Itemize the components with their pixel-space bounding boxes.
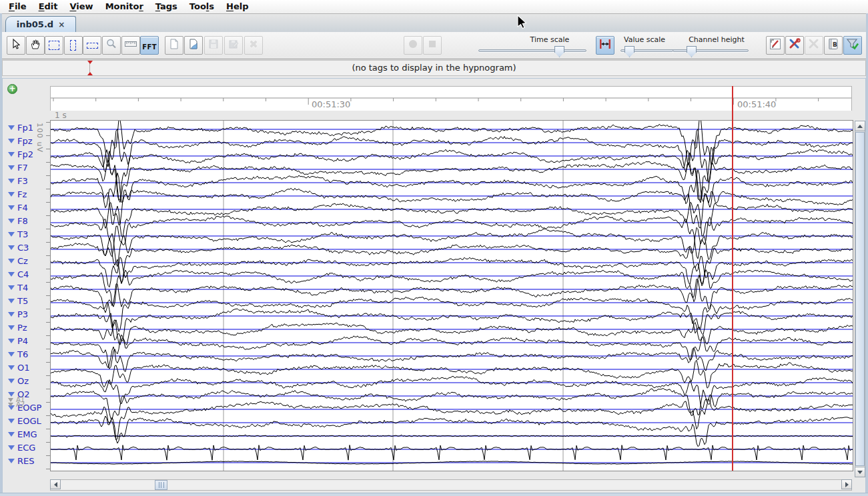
new-tag-button[interactable]	[165, 36, 183, 55]
open-tag-button[interactable]	[184, 36, 203, 55]
channel-label-res[interactable]: RES	[8, 456, 35, 466]
menu-help[interactable]: Help	[220, 1, 254, 13]
fit-width-icon	[598, 37, 612, 53]
channel-label-ecg[interactable]: ECG	[8, 443, 35, 453]
rect-select-icon	[49, 41, 59, 50]
channel-label-fp2[interactable]: Fp2	[8, 149, 33, 159]
document-tab[interactable]: inb05.d ×	[5, 16, 76, 32]
menu-edit[interactable]: Edit	[33, 1, 64, 13]
fft-label: FFT	[142, 39, 157, 52]
channel-label-eogl[interactable]: EOGL	[8, 416, 41, 426]
menu-file[interactable]: File	[3, 1, 33, 13]
save-tag-as-button	[224, 36, 243, 55]
menu-view[interactable]: View	[64, 1, 99, 13]
pan-tool-button[interactable]	[26, 36, 45, 55]
channel-label-f3[interactable]: F3	[8, 176, 28, 186]
value-scale-slider-thumb[interactable]	[624, 46, 634, 57]
channel-label-fz[interactable]: Fz	[8, 189, 27, 199]
magnifier-icon	[105, 38, 117, 53]
channel-label-t3[interactable]: T3	[8, 229, 28, 239]
arrow-right-icon	[845, 482, 849, 487]
close-x-icon	[248, 38, 260, 53]
zoom-tool-button[interactable]	[102, 36, 121, 55]
fit-time-scale-button[interactable]	[596, 36, 614, 55]
channel-dropdown-icon	[8, 259, 15, 263]
channel-label-fp1[interactable]: Fp1	[8, 123, 33, 133]
channel-label-t4[interactable]: T4	[8, 283, 28, 293]
horizontal-scrollbar[interactable]	[50, 479, 852, 491]
filtering-toggle-button[interactable]	[843, 36, 862, 55]
select-block-button[interactable]	[64, 36, 83, 55]
menu-tools[interactable]: Tools	[183, 1, 220, 13]
stop-icon	[426, 38, 438, 53]
horizontal-scrollbar-thumb[interactable]	[155, 480, 167, 490]
channel-height-slider[interactable]	[673, 49, 749, 52]
channel-label-fpz[interactable]: Fpz	[8, 136, 33, 146]
document-tab-label: inb05.d	[17, 19, 53, 29]
channel-label-f8[interactable]: F8	[8, 216, 28, 226]
channel-height-slider-thumb[interactable]	[687, 46, 697, 57]
value-scale-label: Value scale	[622, 35, 667, 44]
channel-name: Fp1	[17, 123, 33, 133]
timeline-time-label: 00:51:30	[312, 99, 350, 109]
time-scale-slider[interactable]	[478, 49, 586, 52]
channel-label-t5[interactable]: T5	[8, 296, 28, 306]
channel-label-f7[interactable]: F7	[8, 163, 28, 173]
channel-name: F8	[17, 216, 28, 226]
save-as-icon	[228, 38, 240, 53]
channel-dropdown-icon	[8, 299, 15, 303]
channel-name: Cz	[17, 256, 28, 266]
tab-close-icon[interactable]: ×	[58, 21, 65, 29]
tools-disabled-icon	[807, 37, 821, 53]
add-tag-button[interactable]: +	[7, 84, 17, 94]
channel-name: Oz	[17, 376, 29, 386]
channel-label-a2[interactable]: A2	[8, 401, 25, 408]
row-select-icon	[87, 43, 98, 49]
channel-name: A2	[16, 401, 25, 408]
scroll-left-button[interactable]	[50, 479, 61, 489]
time-scale-slider-thumb[interactable]	[554, 46, 564, 57]
window-border-bottom	[0, 493, 868, 496]
channel-dropdown-icon	[8, 365, 15, 370]
channel-label-c4[interactable]: C4	[8, 269, 29, 279]
select-tool-button[interactable]	[7, 36, 25, 55]
signal-parameters-button[interactable]	[785, 36, 804, 55]
channel-label-t6[interactable]: T6	[8, 349, 28, 359]
stop-button	[423, 36, 442, 55]
select-page-button[interactable]	[45, 36, 63, 55]
channel-dropdown-icon	[8, 285, 15, 290]
channel-label-c3[interactable]: C3	[8, 243, 29, 253]
select-channel-button[interactable]	[83, 36, 101, 55]
channel-label-emg[interactable]: EMG	[8, 429, 37, 439]
save-icon	[207, 38, 220, 53]
hypnogram-strip[interactable]: (no tags to display in the hypnogram)	[2, 60, 866, 76]
channel-dropdown-icon	[8, 403, 13, 407]
scroll-right-button[interactable]	[841, 479, 852, 489]
hand-icon	[29, 38, 41, 53]
current-position-cursor[interactable]	[732, 86, 733, 471]
channel-label-oz[interactable]: Oz	[8, 376, 29, 386]
time-scale-label: Time scale	[526, 35, 573, 44]
menu-tags[interactable]: Tags	[149, 1, 183, 13]
channel-label-cz[interactable]: Cz	[8, 256, 28, 266]
scroll-up-button[interactable]	[855, 121, 865, 131]
vertical-scrollbar[interactable]	[855, 121, 865, 477]
vertical-scrollbar-thumb[interactable]	[855, 132, 865, 466]
channel-height-label: Channel height	[687, 35, 746, 44]
measure-tool-button[interactable]	[121, 36, 140, 55]
channel-label-pz[interactable]: Pz	[8, 323, 27, 333]
channel-label-p4[interactable]: P4	[8, 336, 28, 346]
channel-label-o1[interactable]: O1	[8, 363, 30, 373]
menu-monitor[interactable]: Monitor	[99, 1, 149, 13]
tools-icon	[788, 37, 801, 53]
channel-label-p3[interactable]: P3	[8, 309, 28, 319]
arrow-left-icon	[54, 482, 57, 487]
cursor-icon	[10, 38, 22, 53]
scroll-down-button[interactable]	[855, 467, 865, 477]
fft-tool-button[interactable]: FFT	[140, 36, 159, 55]
channel-name: F7	[17, 163, 28, 173]
tab-strip: inb05.d ×	[0, 14, 868, 33]
channel-label-f4[interactable]: F4	[8, 203, 28, 213]
apply-montage-button[interactable]: B	[824, 36, 843, 55]
edit-montage-button[interactable]	[766, 36, 785, 55]
